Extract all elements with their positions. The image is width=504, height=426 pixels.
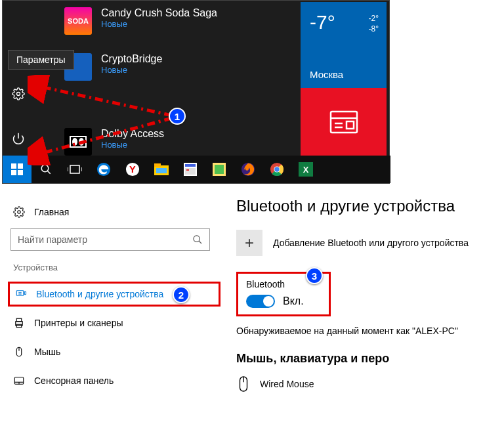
firefox-icon[interactable] (234, 156, 262, 183)
callout-2: 2 (173, 286, 190, 303)
device-name: Wired Mouse (260, 379, 314, 389)
svg-point-0 (17, 93, 20, 96)
section-heading: Мышь, клавиатура и перо (236, 352, 503, 366)
mouse-icon (13, 346, 25, 358)
sidebar-home[interactable]: Главная (8, 200, 220, 224)
add-device-row[interactable]: + Добавление Bluetooth или другого устро… (236, 230, 503, 256)
taskview-button[interactable] (60, 156, 89, 183)
bluetooth-label: Bluetooth (246, 279, 304, 289)
add-device-button[interactable]: + (236, 230, 262, 256)
settings-content: Bluetooth и другие устройства + Добавлен… (236, 194, 503, 393)
bluetooth-toggle[interactable] (246, 295, 275, 308)
svg-rect-31 (215, 165, 224, 174)
app-icon[interactable] (176, 156, 205, 183)
svg-rect-28 (185, 168, 196, 175)
svg-rect-14 (18, 170, 23, 175)
mouse-icon (236, 375, 251, 393)
weather-city: Москва (310, 69, 343, 80)
svg-rect-24 (154, 163, 161, 167)
bluetooth-state: Вкл. (283, 295, 304, 307)
app-icon[interactable] (205, 156, 234, 183)
device-item[interactable]: Wired Mouse (236, 375, 503, 393)
explorer-icon[interactable] (147, 156, 176, 183)
app-title: Dolby Access (101, 128, 164, 140)
svg-rect-48 (24, 291, 26, 295)
settings-window: Главная Найти параметр Устройства Blueto… (4, 194, 503, 397)
svg-rect-52 (16, 318, 22, 322)
add-device-label: Добавление Bluetooth или другого устройс… (273, 238, 469, 248)
app-title: CryptoBridge (101, 53, 162, 65)
sidebar-label: Мышь (34, 347, 60, 357)
edge-icon[interactable] (89, 156, 118, 183)
svg-point-4 (72, 138, 77, 146)
discoverable-text: Обнаруживаемое на данный момент как "ALE… (236, 326, 503, 336)
news-icon (329, 110, 358, 134)
callout-3: 3 (306, 267, 323, 284)
start-menu: Параметры SODA Candy Crush Soda Saga Нов… (2, 0, 390, 184)
page-title: Bluetooth и другие устройства (236, 197, 503, 215)
svg-rect-11 (11, 163, 16, 169)
search-button[interactable] (32, 156, 60, 183)
sidebar-label: Сенсорная панель (34, 375, 114, 386)
app-icon-dolby (64, 128, 92, 156)
sidebar-label: Принтеры и сканеры (34, 318, 123, 328)
app-item[interactable]: SODA Candy Crush Soda Saga Новые (64, 7, 217, 41)
svg-point-44 (18, 211, 21, 214)
app-item[interactable]: CryptoBridge Новые (64, 53, 217, 87)
svg-text:Y: Y (129, 164, 136, 175)
search-placeholder: Найти параметр (18, 234, 87, 245)
sidebar-section-heading: Устройства (13, 263, 220, 272)
svg-rect-12 (18, 163, 23, 169)
app-subtitle: Новые (101, 19, 217, 29)
svg-point-45 (194, 236, 200, 242)
svg-point-5 (79, 138, 84, 146)
touchpad-icon (13, 375, 25, 387)
svg-point-15 (41, 165, 49, 172)
svg-rect-25 (156, 168, 167, 173)
svg-rect-27 (185, 164, 196, 167)
excel-icon[interactable]: X (291, 156, 320, 183)
svg-rect-47 (16, 291, 24, 296)
sidebar-item-mouse[interactable]: Мышь (8, 339, 220, 364)
news-tile[interactable] (301, 88, 387, 156)
app-title: Candy Crush Soda Saga (101, 7, 217, 19)
start-left-rail (3, 1, 35, 156)
search-input[interactable]: Найти параметр (10, 228, 210, 251)
yandex-icon[interactable]: Y (118, 156, 147, 183)
svg-text:X: X (303, 165, 309, 175)
search-icon (192, 234, 203, 245)
bluetooth-icon (15, 288, 27, 300)
settings-tooltip: Параметры (8, 50, 74, 70)
chrome-icon[interactable] (262, 156, 291, 183)
app-icon-candy-crush: SODA (64, 7, 92, 35)
sidebar-item-touchpad[interactable]: Сенсорная панель (8, 368, 220, 393)
sidebar-item-printers[interactable]: Принтеры и сканеры (8, 310, 220, 335)
weather-range: -2° -8° (369, 14, 379, 34)
svg-rect-13 (11, 170, 16, 175)
gear-icon (13, 206, 25, 218)
live-tiles: -7° -2° -8° Москва (301, 2, 388, 156)
svg-rect-10 (346, 121, 354, 129)
svg-rect-29 (186, 169, 189, 171)
sidebar-label: Bluetooth и другие устройства (36, 289, 163, 299)
svg-rect-53 (16, 324, 22, 328)
svg-rect-17 (70, 165, 79, 173)
taskbar: Y X (3, 156, 390, 183)
svg-line-16 (47, 171, 51, 174)
app-subtitle: Новые (101, 140, 164, 150)
sidebar-label: Главная (34, 207, 69, 217)
app-list: SODA Candy Crush Soda Saga Новые CryptoB… (64, 7, 217, 174)
app-subtitle: Новые (101, 65, 162, 75)
svg-point-37 (274, 167, 279, 171)
svg-line-46 (199, 241, 201, 244)
callout-1: 1 (169, 108, 186, 125)
power-button[interactable] (3, 123, 34, 154)
weather-tile[interactable]: -7° -2° -8° Москва (301, 2, 387, 88)
start-button[interactable] (3, 156, 32, 183)
weather-temp: -7° (310, 11, 377, 33)
settings-button[interactable] (3, 78, 34, 110)
printer-icon (13, 317, 25, 329)
